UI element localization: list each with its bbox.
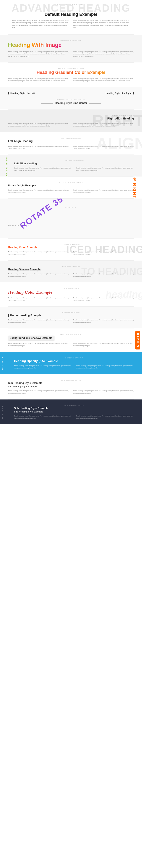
section-15-heading: Heading Opacity (0.5) Example bbox=[14, 359, 134, 363]
section-14-body1: This is heading description goes here. T… bbox=[8, 342, 69, 347]
section-rotate-origin: ROTATE ORIGIN EXAMPLE TOP RIGHT Rotate O… bbox=[0, 177, 142, 198]
section-12-label: HEADING COLOR bbox=[8, 287, 134, 289]
section-17-label: SUB HEADING STYLE bbox=[14, 404, 134, 406]
section-5-body1: This is heading description goes here. T… bbox=[8, 123, 69, 127]
section-17-heading: Sub Heading Style Example bbox=[14, 407, 134, 410]
section-7-rotate-label: ROTATE 90° bbox=[5, 155, 8, 176]
line-left-heading: Heading Style Line Left bbox=[8, 92, 35, 94]
section-bg-shadow: BACKGROUND HEADING RADIUS Background and… bbox=[0, 329, 142, 352]
section-15-label: HEADING OPACITY bbox=[14, 357, 134, 359]
section-16-label: SUB HEADING STYLE bbox=[8, 379, 134, 381]
section-3-body2: This is heading description goes here. T… bbox=[73, 78, 134, 82]
section-2-label: HEADING WITH IMAGE bbox=[8, 40, 134, 41]
section-6-body1: This is heading description goes here. T… bbox=[8, 145, 69, 150]
section-11-label: HEADING SHADOW bbox=[8, 266, 134, 268]
section-heading-with-image: HEADING WITH IMAGE Heading With Image Th… bbox=[0, 35, 142, 62]
section-12-heading: Heading Color Example bbox=[8, 289, 134, 295]
section-dark-sub-heading: ROTATE SUB HEADING STYLE Sub Heading Sty… bbox=[0, 400, 142, 425]
section-14-radius: RADIUS bbox=[135, 331, 140, 349]
section-16-heading: Sub Heading Style Example bbox=[8, 381, 134, 384]
section-7-heading: Left Align Heading bbox=[14, 162, 134, 165]
section-1-heading: Default Heading Example bbox=[12, 12, 130, 17]
section-8-body1: This is heading description goes here. T… bbox=[8, 189, 69, 193]
section-10-body2: This is heading description goes here. T… bbox=[73, 251, 134, 255]
section-14-body2: This is heading description goes here. T… bbox=[73, 342, 134, 347]
section-13-heading: Border Heading Example bbox=[8, 314, 134, 317]
section-15-body2: This is heading description goes here. T… bbox=[76, 365, 134, 369]
section-1-body2: This is heading description goes here. T… bbox=[73, 20, 130, 28]
section-7-label: LEFT ALIGN HEADING bbox=[14, 160, 134, 161]
section-6-heading: Left Align Heading bbox=[8, 140, 134, 143]
section-8-heading: Rotate Origin Example bbox=[8, 184, 134, 187]
section-7-body1: This is heading description goes here. T… bbox=[14, 167, 72, 172]
section-13-body2: This is heading description goes here. T… bbox=[73, 319, 134, 323]
section-default-heading: DEFAULT HEADING EXAMPLE ADVANCED HEADING… bbox=[0, 0, 142, 34]
section-10-heading: Heading Color Example bbox=[8, 246, 134, 249]
section-rotate-35: ROTATE 35° ROTATE 35° Position X:20, Pos… bbox=[0, 198, 142, 238]
section-11-heading: Heading Shadow Example bbox=[8, 268, 134, 271]
section-17-sub-heading: Sub Heading Style Example bbox=[14, 410, 134, 413]
section-16-body2: This is heading description goes here. T… bbox=[73, 390, 134, 394]
section-1-body1: This is heading description goes here. T… bbox=[12, 20, 69, 28]
section-15-rotate-label: ROTATE bbox=[1, 356, 4, 370]
section-10-label: COLORED HEADING bbox=[8, 244, 134, 245]
section-16-body1: This is heading description goes here. T… bbox=[8, 390, 69, 394]
section-3-label: HEADING GRADIENT COLOR bbox=[8, 68, 134, 69]
section-gradient-heading: HEADING GRADIENT COLOR Heading Gradient … bbox=[0, 63, 142, 87]
section-8-label: ROTATE ORIGIN EXAMPLE bbox=[8, 182, 134, 184]
section-14-heading: Background and Shadow Example bbox=[8, 336, 54, 340]
section-rotate-90: ROTATE 90° LEFT ALIGN HEADING Left Align… bbox=[0, 155, 142, 177]
section-1-label: DEFAULT HEADING EXAMPLE bbox=[12, 4, 130, 6]
line-center-label: HEADING STYLE LINE CENTER bbox=[8, 98, 134, 100]
section-9-pos-label: Position X:20, Position Y:0 bbox=[8, 224, 134, 226]
section-5-label: RIGHT ALIGN HEADING bbox=[8, 115, 134, 117]
section-color-script: HEADING COLOR heading Heading Color Exam… bbox=[0, 282, 142, 306]
section-11-body2: This is heading description goes here. T… bbox=[73, 273, 134, 277]
section-17-body1: This is heading description goes here. T… bbox=[14, 415, 72, 420]
section-colored-heading: COLORED HEADING ICED HEADING Heading Col… bbox=[0, 239, 142, 260]
section-shadow-heading: HEADING SHADOW TO HEADING Heading Shadow… bbox=[0, 260, 142, 282]
section-sub-heading: SUB HEADING STYLE Sub Heading Style Exam… bbox=[0, 374, 142, 399]
section-10-body1: This is heading description goes here. T… bbox=[8, 251, 69, 255]
section-6-bg-text: ALIGN bbox=[96, 134, 142, 153]
section-opacity-heading: ROTATE HEADING OPACITY Heading Opacity (… bbox=[0, 352, 142, 374]
section-9-label: ROTATE 35° bbox=[8, 207, 134, 208]
section-12-body2: This is heading description goes here. T… bbox=[73, 297, 134, 302]
section-2-body2: This is heading description goes here. T… bbox=[73, 51, 134, 57]
section-16-sub-heading: Sub Heading Style Example bbox=[8, 385, 134, 388]
section-11-body1: This is heading description goes here. T… bbox=[8, 273, 69, 277]
section-5-bg-text: RIGHT bbox=[92, 112, 142, 130]
section-left-align: LEFT ALIGN HEADING ALIGN Left Align Head… bbox=[0, 132, 142, 155]
section-5-heading: Right Align Heading bbox=[8, 117, 134, 120]
line-right-heading: Heading Style Line Right bbox=[106, 92, 134, 94]
section-17-rotate-label: ROTATE bbox=[1, 405, 4, 419]
section-8-top-right: TOP RIGHT bbox=[132, 177, 137, 198]
section-line-headings: Heading Style Line Left Heading Style Li… bbox=[0, 87, 142, 110]
section-border-heading: BORDER HEADING Border Heading Example Th… bbox=[0, 307, 142, 329]
section-6-body2: This is heading description goes here. T… bbox=[73, 145, 134, 150]
section-7-body2: This is heading description goes here. T… bbox=[76, 167, 134, 172]
section-6-label: LEFT ALIGN HEADING bbox=[8, 137, 134, 139]
section-15-body1: This is heading description goes here. T… bbox=[14, 365, 72, 369]
section-5-body2: This is heading description goes here. T… bbox=[73, 123, 134, 127]
section-2-heading: Heading With Image bbox=[8, 42, 134, 48]
section-17-body2: This is heading description goes here. T… bbox=[76, 415, 134, 420]
section-right-align: RIGHT ALIGN HEADING RIGHT Right Align He… bbox=[0, 110, 142, 132]
section-13-label: BORDER HEADING bbox=[8, 312, 134, 313]
section-12-body1: This is heading description goes here. T… bbox=[8, 297, 69, 302]
section-3-heading: Heading Gradient Color Example bbox=[8, 70, 134, 75]
section-3-body1: This is heading description goes here. T… bbox=[8, 78, 69, 82]
section-2-body1: This is heading description goes here. T… bbox=[8, 51, 69, 57]
section-8-body2: This is heading description goes here. T… bbox=[73, 189, 134, 193]
line-center-heading: Heading Style Line Center bbox=[8, 101, 134, 104]
section-14-label: BACKGROUND HEADING bbox=[8, 334, 134, 335]
section-13-body1: This is heading description goes here. T… bbox=[8, 319, 69, 323]
